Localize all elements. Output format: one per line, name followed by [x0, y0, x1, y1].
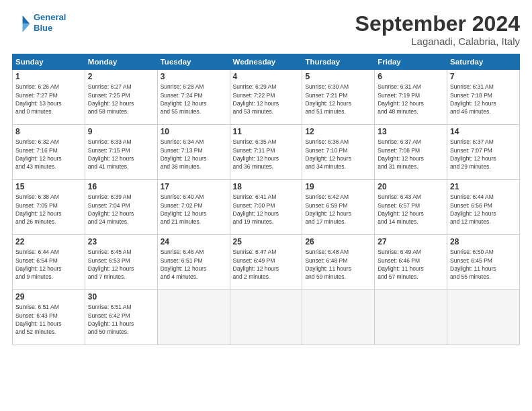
day-info: Sunrise: 6:46 AMSunset: 6:51 PMDaylight:…	[161, 248, 227, 281]
day-number: 10	[161, 127, 227, 136]
weekday-header-sunday: Sunday	[13, 54, 85, 70]
calendar-cell	[157, 290, 230, 345]
day-number: 29	[15, 292, 82, 302]
day-info: Sunrise: 6:44 AMSunset: 6:54 PMDaylight:…	[15, 248, 82, 281]
calendar-cell: 1Sunrise: 6:26 AMSunset: 7:27 PMDaylight…	[13, 70, 85, 125]
day-info: Sunrise: 6:27 AMSunset: 7:25 PMDaylight:…	[88, 83, 154, 116]
calendar-cell: 7Sunrise: 6:31 AMSunset: 7:18 PMDaylight…	[447, 70, 520, 125]
calendar-cell: 29Sunrise: 6:51 AMSunset: 6:43 PMDayligh…	[13, 290, 85, 345]
day-number: 1	[15, 72, 82, 81]
day-number: 2	[88, 72, 154, 81]
calendar-cell: 6Sunrise: 6:31 AMSunset: 7:19 PMDaylight…	[375, 70, 447, 125]
calendar-cell: 8Sunrise: 6:32 AMSunset: 7:16 PMDaylight…	[13, 125, 85, 180]
weekday-header-saturday: Saturday	[447, 54, 520, 70]
week-row-3: 22Sunrise: 6:44 AMSunset: 6:54 PMDayligh…	[13, 235, 520, 290]
day-info: Sunrise: 6:31 AMSunset: 7:19 PMDaylight:…	[378, 83, 444, 116]
svg-marker-2	[13, 15, 23, 24]
logo: General Blue	[12, 12, 66, 33]
calendar-cell: 21Sunrise: 6:44 AMSunset: 6:56 PMDayligh…	[447, 180, 520, 235]
calendar-cell	[230, 290, 302, 345]
day-info: Sunrise: 6:49 AMSunset: 6:46 PMDaylight:…	[378, 248, 444, 281]
header: General Blue September 2024 Laganadi, Ca…	[12, 12, 520, 47]
calendar-cell: 26Sunrise: 6:48 AMSunset: 6:48 PMDayligh…	[302, 235, 375, 290]
calendar-cell: 9Sunrise: 6:33 AMSunset: 7:15 PMDaylight…	[85, 125, 157, 180]
day-info: Sunrise: 6:41 AMSunset: 7:00 PMDaylight:…	[233, 193, 300, 226]
calendar-cell: 28Sunrise: 6:50 AMSunset: 6:45 PMDayligh…	[447, 235, 520, 290]
day-info: Sunrise: 6:48 AMSunset: 6:48 PMDaylight:…	[305, 248, 371, 281]
weekday-header-tuesday: Tuesday	[157, 54, 230, 70]
day-number: 8	[15, 127, 82, 136]
calendar-cell: 20Sunrise: 6:43 AMSunset: 6:57 PMDayligh…	[375, 180, 447, 235]
calendar-table: SundayMondayTuesdayWednesdayThursdayFrid…	[12, 54, 520, 345]
day-number: 21	[450, 182, 517, 191]
day-number: 15	[15, 182, 82, 191]
day-number: 12	[305, 127, 371, 136]
svg-marker-0	[23, 15, 30, 24]
day-number: 11	[233, 127, 300, 136]
day-info: Sunrise: 6:38 AMSunset: 7:05 PMDaylight:…	[15, 193, 82, 226]
day-number: 18	[233, 182, 300, 191]
logo-icon	[12, 13, 31, 32]
week-row-4: 29Sunrise: 6:51 AMSunset: 6:43 PMDayligh…	[13, 290, 520, 345]
weekday-header-row: SundayMondayTuesdayWednesdayThursdayFrid…	[13, 54, 520, 70]
calendar-cell: 2Sunrise: 6:27 AMSunset: 7:25 PMDaylight…	[85, 70, 157, 125]
calendar-cell	[447, 290, 520, 345]
calendar-cell: 15Sunrise: 6:38 AMSunset: 7:05 PMDayligh…	[13, 180, 85, 235]
day-info: Sunrise: 6:29 AMSunset: 7:22 PMDaylight:…	[233, 83, 300, 116]
day-info: Sunrise: 6:45 AMSunset: 6:53 PMDaylight:…	[88, 248, 154, 281]
calendar-cell: 14Sunrise: 6:37 AMSunset: 7:07 PMDayligh…	[447, 125, 520, 180]
day-number: 24	[161, 237, 227, 246]
weekday-header-monday: Monday	[85, 54, 157, 70]
day-info: Sunrise: 6:51 AMSunset: 6:43 PMDaylight:…	[15, 303, 82, 336]
day-number: 9	[88, 127, 154, 136]
weekday-header-thursday: Thursday	[302, 54, 375, 70]
logo-text: General Blue	[34, 12, 66, 33]
page: General Blue September 2024 Laganadi, Ca…	[0, 0, 532, 411]
calendar-cell: 13Sunrise: 6:37 AMSunset: 7:08 PMDayligh…	[375, 125, 447, 180]
calendar-cell: 4Sunrise: 6:29 AMSunset: 7:22 PMDaylight…	[230, 70, 302, 125]
day-info: Sunrise: 6:50 AMSunset: 6:45 PMDaylight:…	[450, 248, 517, 281]
week-row-1: 8Sunrise: 6:32 AMSunset: 7:16 PMDaylight…	[13, 125, 520, 180]
month-title: September 2024	[355, 12, 520, 36]
day-number: 26	[305, 237, 371, 246]
week-row-0: 1Sunrise: 6:26 AMSunset: 7:27 PMDaylight…	[13, 70, 520, 125]
day-number: 17	[161, 182, 227, 191]
calendar-cell: 18Sunrise: 6:41 AMSunset: 7:00 PMDayligh…	[230, 180, 302, 235]
day-info: Sunrise: 6:44 AMSunset: 6:56 PMDaylight:…	[450, 193, 517, 226]
day-info: Sunrise: 6:40 AMSunset: 7:02 PMDaylight:…	[161, 193, 227, 226]
day-info: Sunrise: 6:32 AMSunset: 7:16 PMDaylight:…	[15, 138, 82, 171]
day-info: Sunrise: 6:33 AMSunset: 7:15 PMDaylight:…	[88, 138, 154, 171]
day-info: Sunrise: 6:39 AMSunset: 7:04 PMDaylight:…	[88, 193, 154, 226]
day-info: Sunrise: 6:30 AMSunset: 7:21 PMDaylight:…	[305, 83, 371, 116]
calendar-cell: 16Sunrise: 6:39 AMSunset: 7:04 PMDayligh…	[85, 180, 157, 235]
calendar-cell: 3Sunrise: 6:28 AMSunset: 7:24 PMDaylight…	[157, 70, 230, 125]
day-info: Sunrise: 6:51 AMSunset: 6:42 PMDaylight:…	[88, 303, 154, 336]
day-number: 30	[88, 292, 154, 302]
calendar-cell	[302, 290, 375, 345]
calendar-cell	[375, 290, 447, 345]
day-number: 20	[378, 182, 444, 191]
logo-line2: Blue	[34, 23, 66, 34]
calendar-cell: 27Sunrise: 6:49 AMSunset: 6:46 PMDayligh…	[375, 235, 447, 290]
weekday-header-friday: Friday	[375, 54, 447, 70]
week-row-2: 15Sunrise: 6:38 AMSunset: 7:05 PMDayligh…	[13, 180, 520, 235]
logo-line1: General	[34, 12, 66, 22]
calendar-cell: 22Sunrise: 6:44 AMSunset: 6:54 PMDayligh…	[13, 235, 85, 290]
calendar-cell: 12Sunrise: 6:36 AMSunset: 7:10 PMDayligh…	[302, 125, 375, 180]
day-number: 25	[233, 237, 300, 246]
day-info: Sunrise: 6:34 AMSunset: 7:13 PMDaylight:…	[161, 138, 227, 171]
day-number: 16	[88, 182, 154, 191]
day-number: 3	[161, 72, 227, 81]
day-number: 5	[305, 72, 371, 81]
day-number: 4	[233, 72, 300, 81]
day-number: 7	[450, 72, 517, 81]
day-info: Sunrise: 6:26 AMSunset: 7:27 PMDaylight:…	[15, 83, 82, 116]
calendar-cell: 24Sunrise: 6:46 AMSunset: 6:51 PMDayligh…	[157, 235, 230, 290]
calendar-cell: 17Sunrise: 6:40 AMSunset: 7:02 PMDayligh…	[157, 180, 230, 235]
day-number: 14	[450, 127, 517, 136]
calendar-cell: 5Sunrise: 6:30 AMSunset: 7:21 PMDaylight…	[302, 70, 375, 125]
day-info: Sunrise: 6:31 AMSunset: 7:18 PMDaylight:…	[450, 83, 517, 116]
day-info: Sunrise: 6:37 AMSunset: 7:07 PMDaylight:…	[450, 138, 517, 171]
day-info: Sunrise: 6:37 AMSunset: 7:08 PMDaylight:…	[378, 138, 444, 171]
day-number: 23	[88, 237, 154, 246]
